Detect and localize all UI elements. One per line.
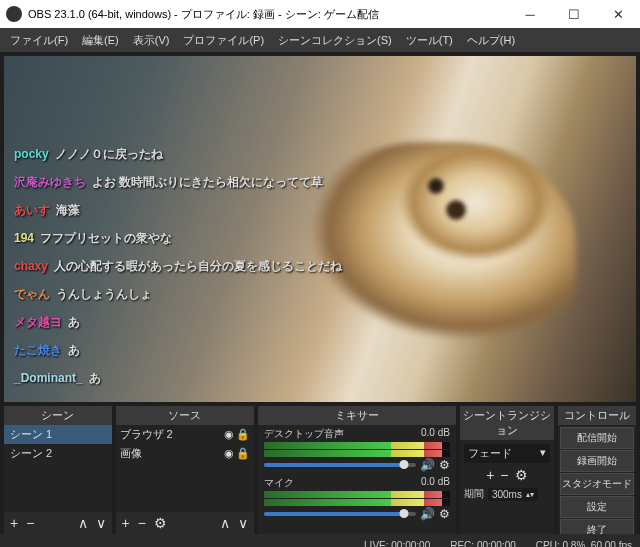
control-button[interactable]: スタジオモード bbox=[560, 473, 634, 495]
chat-line: 194フフプリセットの衆やな bbox=[14, 230, 342, 247]
menu-item[interactable]: シーンコレクション(S) bbox=[272, 31, 398, 50]
source-settings-button[interactable]: ⚙ bbox=[154, 515, 167, 531]
chat-message: 海藻 bbox=[56, 203, 80, 217]
add-scene-button[interactable]: + bbox=[10, 515, 18, 531]
mixer-db: 0.0 dB bbox=[421, 476, 450, 490]
audio-meter bbox=[264, 450, 450, 457]
chat-line: あいす海藻 bbox=[14, 202, 342, 219]
statusbar: LIVE: 00:00:00 REC: 00:00:00 CPU: 0.8%, … bbox=[0, 534, 640, 547]
remove-source-button[interactable]: − bbox=[138, 515, 146, 531]
visibility-icon[interactable]: ◉ bbox=[222, 428, 236, 441]
control-button[interactable]: 録画開始 bbox=[560, 450, 634, 472]
lock-icon[interactable]: 🔒 bbox=[236, 428, 250, 441]
transition-select[interactable]: フェード ▾ bbox=[464, 444, 550, 463]
remove-scene-button[interactable]: − bbox=[26, 515, 34, 531]
mixer-settings-icon[interactable]: ⚙ bbox=[439, 507, 450, 521]
preview-area[interactable]: pockyノノノ０に戻ったね沢庵みゆきちよお 数時間ぶりにきたら相欠になってて草… bbox=[4, 56, 636, 402]
transition-settings-button[interactable]: ⚙ bbox=[515, 467, 528, 483]
menu-item[interactable]: 編集(E) bbox=[76, 31, 125, 50]
control-button[interactable]: 設定 bbox=[560, 496, 634, 518]
source-item[interactable]: ブラウザ 2◉🔒 bbox=[116, 425, 255, 444]
transitions-panel: シーントランジション フェード ▾ + − ⚙ 期間 300ms ▴▾ bbox=[460, 406, 554, 534]
duration-stepper-icon[interactable]: ▴▾ bbox=[526, 490, 534, 499]
app-icon bbox=[6, 6, 22, 22]
transition-toolbar: + − ⚙ bbox=[464, 467, 550, 483]
source-up-button[interactable]: ∧ bbox=[220, 515, 230, 531]
menu-item[interactable]: ファイル(F) bbox=[4, 31, 74, 50]
source-item[interactable]: 画像◉🔒 bbox=[116, 444, 255, 463]
close-button[interactable]: ✕ bbox=[596, 0, 640, 28]
chat-line: でゃんうんしょうんしょ bbox=[14, 286, 342, 303]
sources-list[interactable]: ブラウザ 2◉🔒画像◉🔒 bbox=[116, 425, 255, 512]
duration-input[interactable]: 300ms ▴▾ bbox=[488, 488, 538, 501]
chat-user: あいす bbox=[14, 203, 50, 217]
control-button[interactable]: 終了 bbox=[560, 519, 634, 534]
menubar: ファイル(F)編集(E)表示(V)プロファイル(P)シーンコレクション(S)ツー… bbox=[0, 28, 640, 52]
menu-item[interactable]: 表示(V) bbox=[127, 31, 176, 50]
scenes-panel: シーン シーン 1シーン 2 + − ∧ ∨ bbox=[4, 406, 112, 534]
chevron-down-icon: ▾ bbox=[540, 446, 546, 461]
mixer-name: マイク bbox=[264, 476, 294, 490]
chat-user: pocky bbox=[14, 147, 49, 161]
source-name: ブラウザ 2 bbox=[120, 427, 223, 442]
speaker-icon[interactable]: 🔊 bbox=[420, 458, 435, 472]
scenes-list[interactable]: シーン 1シーン 2 bbox=[4, 425, 112, 512]
transition-selected: フェード bbox=[468, 446, 512, 461]
visibility-icon[interactable]: ◉ bbox=[222, 447, 236, 460]
volume-slider[interactable] bbox=[264, 512, 416, 516]
scenes-toolbar: + − ∧ ∨ bbox=[4, 512, 112, 534]
chat-message: あ bbox=[89, 371, 101, 385]
scene-up-button[interactable]: ∧ bbox=[78, 515, 88, 531]
menu-item[interactable]: プロファイル(P) bbox=[177, 31, 270, 50]
chat-message: よお 数時間ぶりにきたら相欠になってて草 bbox=[92, 175, 323, 189]
mixer-name: デスクトップ音声 bbox=[264, 427, 344, 441]
scenes-header: シーン bbox=[4, 406, 112, 425]
transitions-header: シーントランジション bbox=[460, 406, 554, 440]
sources-toolbar: + − ⚙ ∧ ∨ bbox=[116, 512, 255, 534]
maximize-button[interactable]: ☐ bbox=[552, 0, 596, 28]
volume-slider[interactable] bbox=[264, 463, 416, 467]
controls-panel: コントロール 配信開始録画開始スタジオモード設定終了 bbox=[558, 406, 636, 534]
controls-body: 配信開始録画開始スタジオモード設定終了 bbox=[558, 425, 636, 534]
control-button[interactable]: 配信開始 bbox=[560, 427, 634, 449]
scene-item[interactable]: シーン 2 bbox=[4, 444, 112, 463]
add-transition-button[interactable]: + bbox=[486, 467, 494, 483]
scene-item[interactable]: シーン 1 bbox=[4, 425, 112, 444]
chat-message: あ bbox=[68, 315, 80, 329]
chat-user: _Dominant_ bbox=[14, 371, 83, 385]
speaker-icon[interactable]: 🔊 bbox=[420, 507, 435, 521]
chat-line: メタ越ヨあ bbox=[14, 314, 342, 331]
lock-icon[interactable]: 🔒 bbox=[236, 447, 250, 460]
add-source-button[interactable]: + bbox=[122, 515, 130, 531]
status-cpu: CPU: 0.8%, 60.00 fps bbox=[536, 540, 632, 548]
chat-line: 沢庵みゆきちよお 数時間ぶりにきたら相欠になってて草 bbox=[14, 174, 342, 191]
transition-duration-row: 期間 300ms ▴▾ bbox=[464, 487, 550, 501]
menu-item[interactable]: ツール(T) bbox=[400, 31, 459, 50]
duration-label: 期間 bbox=[464, 487, 484, 501]
mixer-settings-icon[interactable]: ⚙ bbox=[439, 458, 450, 472]
remove-transition-button[interactable]: − bbox=[500, 467, 508, 483]
mixer-body: デスクトップ音声0.0 dB🔊⚙マイク0.0 dB🔊⚙ bbox=[258, 425, 456, 534]
titlebar: OBS 23.1.0 (64-bit, windows) - プロファイル: 録… bbox=[0, 0, 640, 28]
audio-meter bbox=[264, 442, 450, 449]
menu-item[interactable]: ヘルプ(H) bbox=[461, 31, 521, 50]
mixer-item: マイク0.0 dB🔊⚙ bbox=[258, 474, 456, 523]
scene-down-button[interactable]: ∨ bbox=[96, 515, 106, 531]
mixer-db: 0.0 dB bbox=[421, 427, 450, 441]
mixer-item: デスクトップ音声0.0 dB🔊⚙ bbox=[258, 425, 456, 474]
minimize-button[interactable]: ─ bbox=[508, 0, 552, 28]
audio-meter bbox=[264, 499, 450, 506]
chat-user: chaxy bbox=[14, 259, 48, 273]
chat-line: _Dominant_あ bbox=[14, 370, 342, 387]
chat-message: 人の心配する暇があったら自分の夏を感じることだね bbox=[54, 259, 342, 273]
mixer-panel: ミキサー デスクトップ音声0.0 dB🔊⚙マイク0.0 dB🔊⚙ bbox=[258, 406, 456, 534]
chat-user: たこ焼き bbox=[14, 343, 62, 357]
source-down-button[interactable]: ∨ bbox=[238, 515, 248, 531]
panels-row: シーン シーン 1シーン 2 + − ∧ ∨ ソース ブラウザ 2◉🔒画像◉🔒 … bbox=[4, 406, 636, 534]
chat-line: たこ焼きあ bbox=[14, 342, 342, 359]
chat-overlay: pockyノノノ０に戻ったね沢庵みゆきちよお 数時間ぶりにきたら相欠になってて草… bbox=[14, 146, 342, 387]
sources-header: ソース bbox=[116, 406, 255, 425]
controls-header: コントロール bbox=[558, 406, 636, 425]
chat-user: 194 bbox=[14, 231, 34, 245]
chat-message: あ bbox=[68, 343, 80, 357]
